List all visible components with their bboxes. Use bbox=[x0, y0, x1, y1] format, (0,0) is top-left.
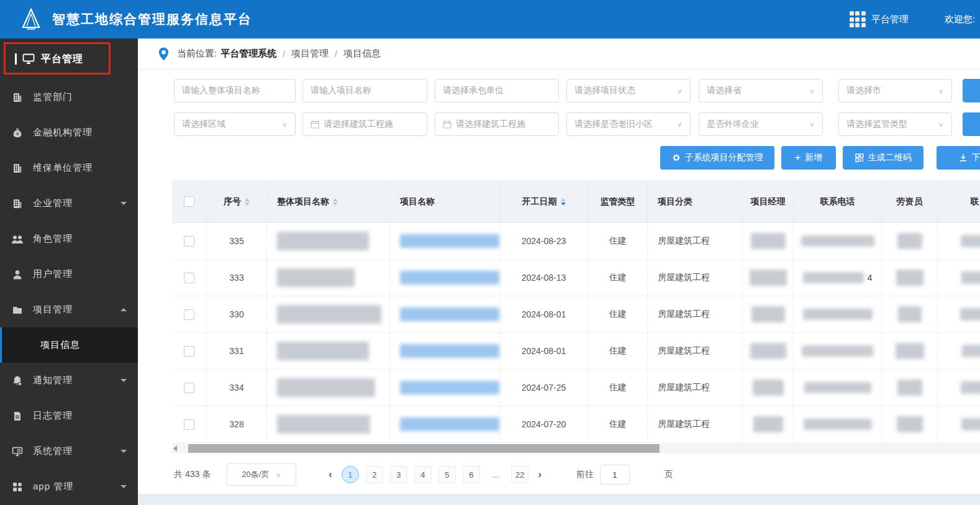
cell: 住建 bbox=[588, 333, 648, 370]
breadcrumb-item-project-info[interactable]: 项目信息 bbox=[343, 48, 381, 60]
text-input[interactable]: 请输入整体项目名称 bbox=[174, 79, 296, 102]
cell bbox=[172, 333, 207, 370]
page-number[interactable]: 5 bbox=[438, 466, 456, 483]
cell: 2024-07-25 bbox=[500, 370, 588, 406]
sidebar-section-platform[interactable]: 平台管理 bbox=[0, 43, 138, 75]
sidebar-item-moneybag[interactable]: ¥金融机构管理 bbox=[0, 115, 138, 150]
page-number[interactable]: 6 bbox=[463, 466, 480, 483]
prev-page-icon[interactable]: ‹ bbox=[329, 469, 332, 480]
placeholder-text: 请选择市 bbox=[846, 85, 881, 96]
select-field[interactable]: 请选择是否老旧小区∨ bbox=[566, 112, 691, 136]
cell bbox=[938, 260, 980, 296]
row-checkbox[interactable] bbox=[184, 419, 194, 430]
table-row: 3352024-08-23住建房屋建筑工程 bbox=[172, 223, 980, 260]
text-input[interactable]: 请选择承包单位 bbox=[435, 79, 559, 102]
sidebar-item-building[interactable]: 维保单位管理 bbox=[0, 150, 138, 186]
select-field[interactable]: 请选择项目状态∨ bbox=[566, 79, 691, 102]
next-page-icon[interactable]: › bbox=[538, 469, 541, 480]
labor-officer-redacted bbox=[898, 306, 922, 322]
cell bbox=[172, 223, 207, 260]
date-field[interactable]: 请选择建筑工程施 bbox=[435, 112, 559, 136]
page-number[interactable]: 1 bbox=[342, 466, 359, 483]
project-manager-redacted bbox=[751, 306, 785, 322]
scrollbar-thumb[interactable] bbox=[188, 444, 660, 453]
cell bbox=[390, 223, 500, 260]
goto-page-input[interactable] bbox=[600, 465, 630, 485]
project-name-link-redacted[interactable] bbox=[400, 381, 499, 394]
page-number[interactable]: 2 bbox=[366, 466, 383, 483]
seq-value: 331 bbox=[229, 346, 243, 356]
column-header: 项目分类 bbox=[648, 181, 743, 223]
add-button[interactable]: +新增 bbox=[781, 146, 836, 170]
top-platform-label[interactable]: 平台管理 bbox=[871, 14, 909, 25]
sort-icon[interactable] bbox=[333, 198, 338, 206]
breadcrumb-item-system[interactable]: 平台管理系统 bbox=[220, 48, 276, 60]
page-number[interactable]: 22 bbox=[511, 466, 529, 483]
apps-grid-icon[interactable] bbox=[850, 11, 866, 27]
labor-officer-redacted bbox=[896, 270, 923, 286]
row-checkbox[interactable] bbox=[184, 236, 194, 247]
project-name-link-redacted[interactable] bbox=[400, 307, 499, 321]
breadcrumb-item-project-mgmt[interactable]: 项目管理 bbox=[291, 48, 329, 60]
page-size-select[interactable]: 20条/页 ∨ bbox=[227, 463, 296, 486]
select-field[interactable]: 请选择监管类型∨ bbox=[838, 112, 952, 136]
cell bbox=[390, 260, 500, 296]
select-field[interactable]: 请选择省∨ bbox=[699, 79, 823, 102]
monitor-outline-icon bbox=[22, 53, 35, 65]
sidebar-item-folder[interactable]: 项目管理 bbox=[0, 292, 138, 327]
sidebar-subitem-project-info[interactable]: 项目信息 bbox=[0, 327, 138, 363]
sort-icon[interactable] bbox=[245, 198, 250, 206]
sidebar-item-user[interactable]: 用户管理 bbox=[0, 257, 138, 292]
table-row: 3282024-07-20住建房屋建筑工程 bbox=[172, 406, 980, 443]
contact-redacted bbox=[960, 308, 980, 321]
cell bbox=[172, 370, 207, 406]
select-field[interactable]: 请选择区域∨ bbox=[174, 112, 296, 136]
page-number[interactable]: 4 bbox=[414, 466, 432, 483]
project-name-link-redacted[interactable] bbox=[400, 234, 499, 248]
sidebar-item-appgrid[interactable]: app 管理 bbox=[0, 469, 138, 504]
horizontal-scrollbar[interactable] bbox=[172, 444, 980, 453]
column-header-label: 联系电话 bbox=[820, 196, 855, 207]
cell bbox=[938, 333, 980, 370]
search-button-cropped[interactable] bbox=[963, 112, 980, 136]
project-name-link-redacted[interactable] bbox=[400, 344, 499, 358]
project-manager-redacted bbox=[753, 380, 784, 396]
top-header: 智慧工地综合管理服务信息平台 平台管理 欢迎您: bbox=[0, 0, 980, 39]
search-button-cropped[interactable] bbox=[963, 79, 980, 102]
page-number[interactable]: 3 bbox=[390, 466, 407, 483]
download-button[interactable]: 下载 bbox=[937, 146, 980, 170]
row-checkbox[interactable] bbox=[184, 309, 194, 320]
row-checkbox[interactable] bbox=[184, 383, 194, 393]
cell bbox=[172, 406, 207, 443]
project-category-value: 房屋建筑工程 bbox=[658, 419, 710, 430]
sidebar-item-bell[interactable]: 通知管理 bbox=[0, 363, 138, 398]
date-field[interactable]: 请选择建筑工程施 bbox=[302, 112, 427, 136]
cell bbox=[390, 370, 500, 406]
sidebar-item-log[interactable]: 日志管理 bbox=[0, 398, 138, 434]
sidebar-item-monitor[interactable]: 系统管理 bbox=[0, 434, 138, 469]
start-date-value: 2024-08-23 bbox=[522, 236, 566, 246]
sort-icon[interactable] bbox=[561, 198, 566, 206]
project-name-link-redacted[interactable] bbox=[400, 271, 499, 284]
cell: 2024-08-01 bbox=[500, 333, 588, 370]
sidebar-item-building[interactable]: 企业管理 bbox=[0, 186, 138, 221]
generate-qrcode-button[interactable]: 生成二维码 bbox=[843, 146, 923, 170]
placeholder-text: 请选择建筑工程施 bbox=[456, 119, 525, 130]
welcome-text: 欢迎您: bbox=[945, 14, 975, 25]
sidebar-item-people[interactable]: 角色管理 bbox=[0, 221, 138, 257]
project-name-link-redacted[interactable] bbox=[400, 417, 499, 431]
select-all-checkbox[interactable] bbox=[184, 196, 194, 207]
text-input[interactable]: 请输入项目名称 bbox=[302, 79, 427, 102]
sidebar-item-building[interactable]: 监管部门 bbox=[0, 80, 138, 115]
cell: 335 bbox=[207, 223, 267, 260]
table-row: 3332024-08-13住建房屋建筑工程4 bbox=[172, 260, 980, 296]
row-checkbox[interactable] bbox=[184, 346, 194, 357]
cell bbox=[743, 223, 794, 260]
breadcrumb-separator: / bbox=[283, 49, 285, 59]
select-field[interactable]: 是否外埠企业∨ bbox=[699, 112, 823, 136]
phone-redacted bbox=[802, 345, 873, 357]
select-field[interactable]: 请选择市∨ bbox=[838, 79, 952, 102]
row-checkbox[interactable] bbox=[184, 273, 194, 283]
breadcrumb-label: 当前位置: bbox=[177, 48, 217, 60]
subsystem-assign-button[interactable]: 子系统项目分配管理 bbox=[660, 146, 774, 170]
